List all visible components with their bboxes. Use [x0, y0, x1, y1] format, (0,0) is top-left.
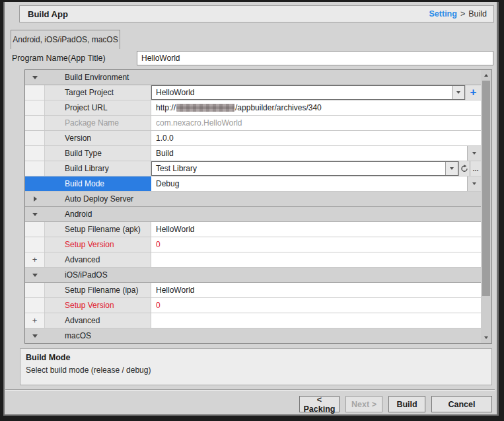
breadcrumb-current: Build [468, 9, 487, 19]
section-label: macOS [45, 328, 91, 343]
url-prefix: http:// [156, 103, 176, 112]
expand-plus-icon[interactable]: + [32, 317, 38, 324]
collapse-icon[interactable] [32, 213, 38, 216]
property-value[interactable]: Build [151, 146, 481, 161]
section-label: Build Environment [45, 70, 129, 85]
scrollbar-thumb[interactable] [482, 81, 490, 296]
title-bar: Build App Setting > Build [19, 5, 494, 22]
property-row-setup-filename-ipa[interactable]: Setup Filename (ipa) HelloWorld [25, 283, 481, 298]
property-row-target-project[interactable]: Target Project HelloWorld + [25, 85, 481, 100]
property-label: Setup Filename (ipa) [45, 283, 151, 297]
property-row-build-mode[interactable]: Build Mode Debug [25, 176, 481, 192]
row-gutter [25, 237, 45, 252]
build-button[interactable]: Build [388, 396, 425, 412]
row-gutter [25, 298, 45, 313]
scroll-down-icon[interactable] [481, 332, 491, 343]
browse-more-button[interactable]: ... [470, 161, 481, 176]
chevron-down-icon[interactable] [452, 86, 464, 99]
expand-plus-icon[interactable]: + [32, 256, 38, 263]
window-border [0, 0, 504, 2]
property-row-advanced-android[interactable]: + Advanced [25, 252, 481, 268]
section-label: Auto Deploy Server [45, 192, 133, 206]
property-label: Setup Version [45, 298, 151, 313]
refresh-button[interactable] [458, 161, 470, 176]
property-value[interactable]: 0 [151, 298, 481, 313]
window-border-inner [3, 2, 5, 416]
program-name-label: Program Name(App Title) [12, 51, 106, 65]
property-label: Project URL [45, 100, 151, 115]
tab-android-ios-macos[interactable]: Android, iOS/iPadOS, macOS [11, 30, 120, 49]
property-value[interactable]: 1.0.0 [151, 131, 481, 145]
row-gutter: + [25, 313, 45, 328]
property-row-version[interactable]: Version 1.0.0 [25, 131, 481, 146]
property-row-setup-version-apk[interactable]: Setup Version 0 [25, 237, 481, 252]
property-value[interactable]: 0 [151, 237, 481, 252]
breadcrumb-separator: > [460, 9, 465, 19]
property-value[interactable]: HelloWorld [151, 222, 481, 237]
grid-scrollbar[interactable] [481, 70, 491, 343]
target-project-combobox[interactable]: HelloWorld [151, 85, 465, 100]
footer-buttons: < Packing Next > Build Cancel [24, 396, 492, 412]
property-grid: Build Environment Target Project HelloWo… [24, 69, 492, 344]
combobox-value: HelloWorld [152, 86, 452, 99]
redacted-ip [176, 104, 234, 112]
property-label: Version [45, 131, 151, 145]
dropdown-value: Build [156, 149, 174, 158]
property-label: Setup Version [45, 237, 151, 252]
plus-icon: + [470, 86, 477, 99]
property-label: Advanced [45, 252, 151, 267]
program-name-input[interactable] [137, 51, 493, 65]
property-grid-rows: Build Environment Target Project HelloWo… [25, 70, 481, 344]
property-value[interactable]: HelloWorld [151, 283, 481, 297]
expand-icon[interactable] [34, 196, 37, 202]
property-row-build-library[interactable]: Build Library Test Library ... [25, 161, 481, 176]
next-button[interactable]: Next > [345, 396, 382, 412]
property-value: Test Library ... [151, 161, 481, 176]
add-project-button[interactable]: + [465, 85, 481, 100]
window-border [499, 0, 504, 421]
row-gutter [25, 116, 45, 130]
collapse-icon[interactable] [32, 274, 38, 277]
property-label: Setup Filename (apk) [45, 222, 151, 237]
section-auto-deploy-server[interactable]: Auto Deploy Server [25, 192, 481, 207]
property-label: Build Library [45, 161, 151, 176]
property-row-setup-version-ipa[interactable]: Setup Version 0 [25, 298, 481, 313]
build-library-combobox[interactable]: Test Library [151, 161, 458, 176]
property-value: http:///appbuilder/archives/340 [151, 100, 481, 115]
packing-button[interactable]: < Packing [299, 396, 340, 412]
property-label: Build Type [45, 146, 151, 161]
cancel-button[interactable]: Cancel [431, 396, 492, 412]
scroll-up-icon[interactable] [481, 70, 491, 81]
breadcrumb-setting-link[interactable]: Setting [429, 9, 457, 19]
dialog-title: Build App [28, 9, 429, 19]
property-row-build-type[interactable]: Build Type Build [25, 146, 481, 161]
section-label: Android [45, 207, 92, 221]
collapse-icon[interactable] [32, 76, 38, 79]
chevron-down-icon[interactable] [467, 146, 481, 161]
property-row-setup-filename-apk[interactable]: Setup Filename (apk) HelloWorld [25, 222, 481, 237]
property-value [151, 313, 481, 328]
refresh-icon [460, 165, 468, 172]
section-macos[interactable]: macOS [25, 328, 481, 344]
section-build-environment[interactable]: Build Environment [25, 70, 481, 85]
chevron-down-icon[interactable] [467, 176, 481, 191]
section-ios-ipados[interactable]: iOS/iPadOS [25, 268, 481, 283]
section-label: iOS/iPadOS [45, 268, 108, 282]
property-value[interactable]: Debug [151, 176, 481, 191]
footer-divider-highlight [5, 390, 495, 391]
property-row-project-url[interactable]: Project URL http:///appbuilder/archives/… [25, 100, 481, 116]
url-suffix: /appbuilder/archives/340 [235, 103, 322, 112]
chevron-down-icon[interactable] [445, 162, 458, 175]
property-label: Package Name [45, 116, 151, 130]
row-gutter [25, 85, 45, 100]
property-value: HelloWorld + [151, 85, 481, 100]
property-row-package-name[interactable]: Package Name com.nexacro.HelloWorld [25, 116, 481, 131]
collapse-icon[interactable] [32, 334, 38, 338]
row-gutter [25, 131, 45, 145]
window-border [0, 0, 3, 421]
property-label: Build Mode [45, 176, 151, 191]
row-gutter [25, 222, 45, 237]
property-row-advanced-ios[interactable]: + Advanced [25, 313, 481, 328]
section-android[interactable]: Android [25, 207, 481, 222]
row-gutter [25, 100, 45, 115]
